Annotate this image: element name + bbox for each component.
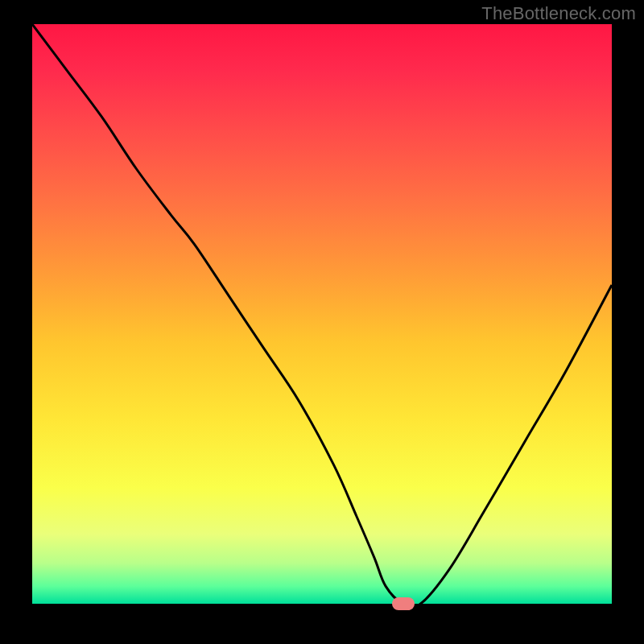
optimal-point-marker [392,597,415,610]
plot-area [32,24,612,604]
plot-svg [32,24,612,604]
watermark-text: TheBottleneck.com [481,3,636,24]
gradient-background [32,24,612,604]
chart-frame: TheBottleneck.com [0,0,644,644]
